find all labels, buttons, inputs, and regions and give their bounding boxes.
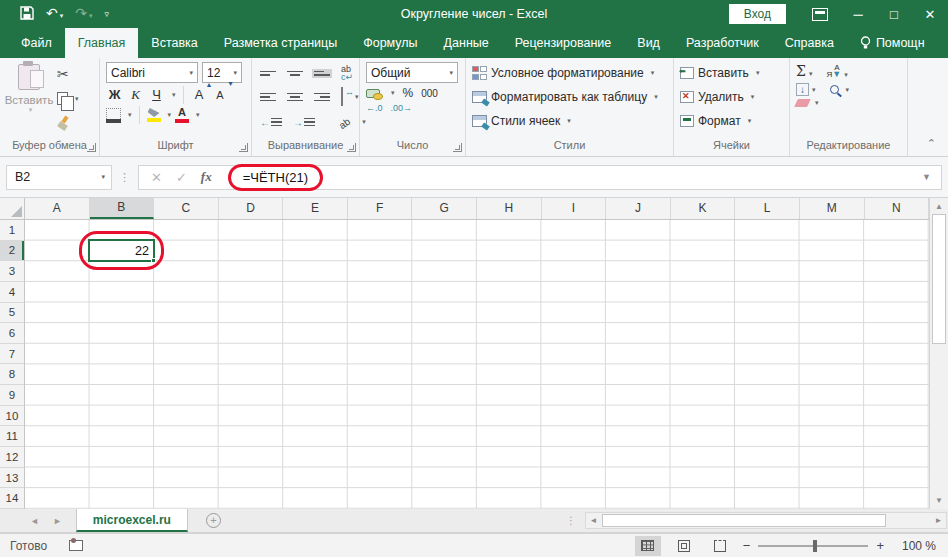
insert-function-icon[interactable]: fx	[201, 169, 212, 185]
bold-button[interactable]: Ж	[106, 85, 123, 104]
save-icon[interactable]	[20, 6, 34, 22]
undo-dropdown-icon[interactable]: ▾	[60, 12, 64, 19]
wrap-text-button[interactable]: abc↵	[339, 63, 355, 83]
scroll-up-icon[interactable]: ▲	[930, 198, 948, 215]
scroll-right-icon[interactable]: ►	[931, 516, 946, 525]
tab-Данные[interactable]: Данные	[431, 28, 502, 58]
clear-button[interactable]: ▾	[796, 99, 819, 107]
scroll-left-icon[interactable]: ◄	[586, 516, 601, 525]
column-header-N[interactable]: N	[865, 198, 930, 219]
tab-Рецензирование[interactable]: Рецензирование	[502, 28, 625, 58]
page-layout-view-button[interactable]	[671, 536, 697, 556]
fill-color-button[interactable]	[147, 108, 161, 122]
zoom-slider[interactable]	[758, 545, 868, 547]
vertical-scrollbar-thumb[interactable]	[932, 214, 946, 344]
row-header-5[interactable]: 5	[0, 303, 24, 324]
number-format-combo[interactable]: Общий▾	[366, 62, 458, 83]
font-color-dropdown-icon[interactable]: ▾	[196, 111, 200, 119]
insert-cells-button[interactable]: Вставить▾	[680, 62, 784, 84]
column-header-F[interactable]: F	[348, 198, 413, 219]
grow-font-button[interactable]: А▲	[191, 85, 208, 104]
column-header-H[interactable]: H	[477, 198, 542, 219]
column-header-J[interactable]: J	[606, 198, 671, 219]
column-header-E[interactable]: E	[283, 198, 348, 219]
tab-Файл[interactable]: Файл	[8, 28, 65, 58]
column-header-I[interactable]: I	[542, 198, 607, 219]
next-sheet-icon[interactable]: ►	[53, 516, 62, 526]
normal-view-button[interactable]	[635, 536, 661, 556]
row-header-12[interactable]: 12	[0, 447, 24, 468]
maximize-button[interactable]: □	[876, 0, 912, 28]
select-all-corner[interactable]	[0, 198, 25, 219]
borders-dropdown-icon[interactable]: ▾	[128, 111, 132, 119]
collapse-ribbon-icon[interactable]: ⌃	[927, 137, 936, 150]
tab-Главная[interactable]: Главная	[65, 28, 139, 58]
comma-style-button[interactable]: 000	[421, 88, 438, 99]
cell-styles-button[interactable]: Стили ячеек▾	[472, 110, 668, 132]
row-header-4[interactable]: 4	[0, 282, 24, 303]
decrease-indent-button[interactable]: ←	[258, 115, 284, 130]
align-bottom-button[interactable]	[312, 69, 332, 78]
zoom-in-icon[interactable]: +	[876, 538, 884, 553]
cut-button[interactable]: ✂	[57, 63, 79, 85]
sort-filter-button[interactable]: АЯ▼▾	[826, 64, 847, 78]
customize-qat-icon[interactable]: ▿	[105, 7, 110, 21]
number-dialog-launcher-icon[interactable]	[453, 143, 462, 152]
tab-splitter-handle[interactable]: ⋮	[566, 515, 577, 526]
tab-Справка[interactable]: Справка	[772, 28, 847, 58]
accounting-format-icon[interactable]	[366, 89, 380, 98]
horizontal-scrollbar-thumb[interactable]	[602, 514, 886, 527]
copy-button[interactable]: ▾	[57, 88, 79, 110]
conditional-formatting-button[interactable]: Условное форматирование▾	[472, 62, 668, 84]
expand-formula-bar-icon[interactable]: ▼	[922, 172, 931, 182]
column-header-L[interactable]: L	[735, 198, 800, 219]
percent-style-button[interactable]: %	[403, 86, 414, 100]
tab-Общий доступ[interactable]: Общий доступ	[938, 28, 948, 58]
increase-indent-button[interactable]: →	[291, 115, 317, 130]
decrease-decimal-icon[interactable]: .00→	[391, 103, 413, 113]
font-size-combo[interactable]: 12▾	[202, 62, 242, 83]
tab-Помощн[interactable]: Помощн	[847, 28, 938, 58]
row-header-11[interactable]: 11	[0, 426, 24, 447]
format-as-table-button[interactable]: Форматировать как таблицу▾	[472, 86, 668, 108]
scroll-down-icon[interactable]: ▼	[930, 492, 948, 509]
column-header-D[interactable]: D	[219, 198, 284, 219]
column-header-A[interactable]: A	[25, 198, 90, 219]
row-header-6[interactable]: 6	[0, 323, 24, 344]
font-name-combo[interactable]: Calibri▾	[106, 62, 198, 83]
borders-icon[interactable]	[106, 108, 121, 123]
column-header-K[interactable]: K	[671, 198, 736, 219]
zoom-slider-thumb[interactable]	[813, 540, 817, 552]
close-button[interactable]: ✕	[912, 0, 948, 28]
zoom-out-icon[interactable]: −	[743, 538, 751, 553]
align-left-button[interactable]	[258, 91, 278, 104]
font-color-button[interactable]: А	[175, 107, 189, 123]
clipboard-dialog-launcher-icon[interactable]	[87, 143, 96, 152]
tab-Вид[interactable]: Вид	[624, 28, 673, 58]
row-header-14[interactable]: 14	[0, 488, 24, 509]
row-header-7[interactable]: 7	[0, 344, 24, 365]
cells-area[interactable]: 22	[25, 220, 929, 509]
column-header-C[interactable]: C	[154, 198, 219, 219]
row-header-8[interactable]: 8	[0, 364, 24, 385]
prev-sheet-icon[interactable]: ◄	[30, 516, 39, 526]
underline-button[interactable]: Ч	[148, 85, 165, 104]
find-select-button[interactable]: ▾	[830, 85, 850, 94]
column-header-B[interactable]: B	[90, 198, 155, 219]
sheet-tab-active[interactable]: microexcel.ru	[76, 509, 188, 532]
row-header-3[interactable]: 3	[0, 261, 24, 282]
name-box[interactable]: B2▾	[6, 165, 112, 190]
horizontal-scrollbar[interactable]: ◄ ►	[585, 512, 947, 529]
zoom-level[interactable]: 100 %	[892, 539, 936, 553]
accounting-dropdown-icon[interactable]: ▾	[391, 89, 395, 97]
align-right-button[interactable]	[312, 91, 332, 104]
tab-Разметка страницы[interactable]: Разметка страницы	[211, 28, 350, 58]
column-header-M[interactable]: M	[800, 198, 865, 219]
format-cells-button[interactable]: Формат▾	[680, 110, 784, 132]
row-header-1[interactable]: 1	[0, 220, 24, 241]
align-middle-button[interactable]	[285, 69, 305, 78]
macro-record-icon[interactable]	[69, 540, 83, 551]
formula-input[interactable]: ✕ ✓ fx =ЧЁТН(21) ▼	[138, 165, 942, 190]
font-dialog-launcher-icon[interactable]	[239, 143, 248, 152]
sign-in-button[interactable]: Вход	[729, 4, 786, 24]
